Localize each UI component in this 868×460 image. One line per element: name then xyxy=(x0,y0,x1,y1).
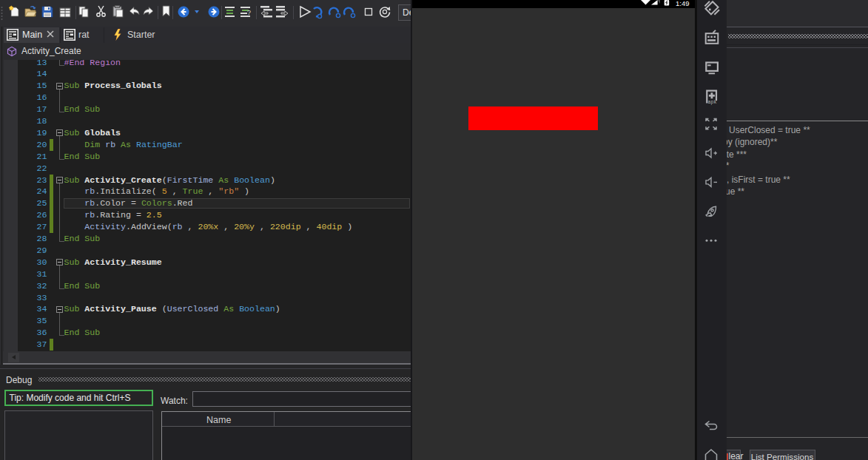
svg-text:Main: Main xyxy=(22,30,42,40)
svg-text:Starter: Starter xyxy=(127,30,155,40)
svg-text:rat: rat xyxy=(78,30,90,40)
svg-text:1:49: 1:49 xyxy=(676,0,690,7)
svg-text:apk: apk xyxy=(708,100,717,105)
svg-text:?: ? xyxy=(247,9,251,16)
